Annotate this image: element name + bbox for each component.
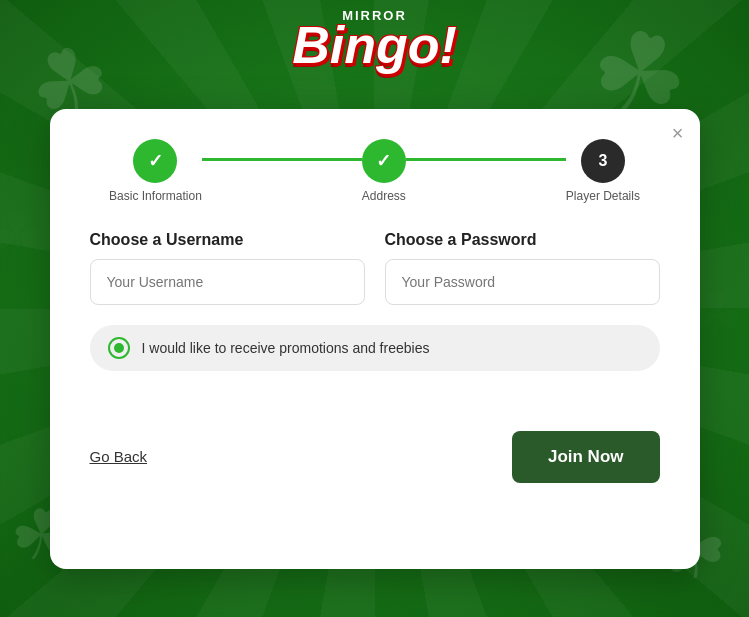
promo-row[interactable]: I would like to receive promotions and f… — [90, 325, 660, 371]
step-line-2 — [406, 158, 566, 161]
step-address: ✓ Address — [362, 139, 406, 203]
step-line-1 — [202, 158, 362, 161]
username-input[interactable] — [90, 259, 365, 305]
join-now-button[interactable]: Join Now — [512, 431, 660, 483]
modal-footer: Go Back Join Now — [90, 431, 660, 483]
registration-modal: × ✓ Basic Information ✓ Address 3 Player… — [50, 109, 700, 569]
form-row-credentials: Choose a Username Choose a Password — [90, 231, 660, 305]
step-circle-1: ✓ — [133, 139, 177, 183]
shamrock-decoration-ml: ☘ — [0, 200, 44, 270]
promo-label-text: I would like to receive promotions and f… — [142, 340, 430, 356]
username-label: Choose a Username — [90, 231, 365, 249]
username-group: Choose a Username — [90, 231, 365, 305]
logo-bingo-text: Bingo! — [292, 19, 457, 71]
promo-radio-button[interactable] — [108, 337, 130, 359]
radio-inner-dot — [114, 343, 124, 353]
step-player-details: 3 Player Details — [566, 139, 640, 203]
step-label-1: Basic Information — [109, 189, 202, 203]
go-back-button[interactable]: Go Back — [90, 448, 148, 465]
password-group: Choose a Password — [385, 231, 660, 305]
step-label-2: Address — [362, 189, 406, 203]
logo: Mirror Bingo! — [292, 8, 457, 71]
step-basic-information: ✓ Basic Information — [109, 139, 202, 203]
step-label-3: Player Details — [566, 189, 640, 203]
stepper: ✓ Basic Information ✓ Address 3 Player D… — [90, 139, 660, 203]
password-label: Choose a Password — [385, 231, 660, 249]
close-button[interactable]: × — [672, 123, 684, 143]
step-circle-3: 3 — [581, 139, 625, 183]
step-circle-2: ✓ — [362, 139, 406, 183]
password-input[interactable] — [385, 259, 660, 305]
